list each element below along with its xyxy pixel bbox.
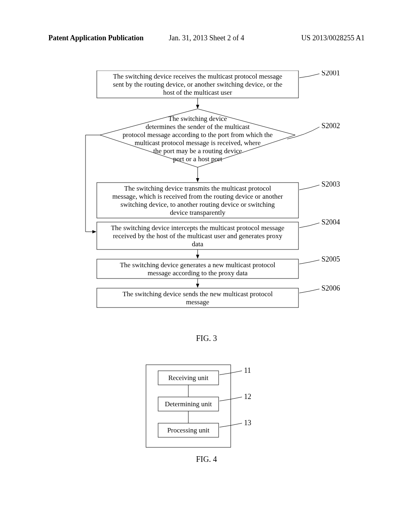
processing-unit: Processing unit 13 [158, 419, 251, 437]
receiving-unit-label: 11 [244, 366, 251, 374]
header-publication-type: Patent Application Publication [48, 34, 144, 42]
s2005-label: S2005 [321, 255, 340, 263]
page-header: Patent Application Publication Jan. 31, … [0, 34, 413, 42]
arrow-s2002-s2004-left [86, 135, 100, 232]
s2001-text-line1: The switching device receives the multic… [113, 73, 282, 80]
s2001-text-line3: host of the multicast user [163, 89, 232, 96]
determining-unit-label: 12 [244, 393, 251, 401]
s2001-text-line2: sent by the routing device, or another s… [113, 81, 282, 88]
step-s2004: The switching device intercepts the mult… [97, 218, 340, 249]
s2004-label: S2004 [321, 218, 340, 226]
s2006-label: S2006 [321, 284, 340, 292]
receiving-unit: Receiving unit 11 [158, 366, 251, 385]
s2001-label: S2001 [321, 71, 340, 77]
step-s2006: The switching device sends the new multi… [97, 284, 340, 308]
receiving-unit-text: Receiving unit [168, 374, 209, 382]
s2004-text-line1: The switching device intercepts the mult… [111, 224, 284, 232]
figure-3-caption: FIG. 3 [196, 334, 217, 343]
determining-unit-text: Determining unit [165, 400, 212, 408]
processing-unit-text: Processing unit [167, 426, 210, 434]
s2006-text-line2: message [186, 298, 209, 306]
s2002-text-line1: The switching device [168, 115, 227, 123]
s2003-text-line2: message, which is received from the rout… [113, 193, 283, 200]
s2002-text-line3: protocol message according to the port f… [123, 131, 273, 139]
step-s2005: The switching device generates a new mul… [97, 255, 340, 278]
s2004-text-line2: received by the host of the multicast us… [113, 232, 283, 240]
s2006-text-line1: The switching device sends the new multi… [123, 290, 273, 298]
step-s2002-decision: The switching device determines the send… [100, 109, 340, 167]
s2003-label: S2003 [321, 180, 340, 188]
s2004-text-line3: data [192, 240, 204, 248]
s2003-text-line3: switching device, to another routing dev… [121, 201, 275, 208]
s2002-label: S2002 [321, 122, 340, 130]
figure-4-block-diagram: Receiving unit 11 Determining unit 12 Pr… [142, 363, 271, 451]
s2002-text-line4: multicast protocol message is received, … [135, 139, 261, 147]
step-s2001: The switching device receives the multic… [97, 71, 340, 98]
header-date-sheet: Jan. 31, 2013 Sheet 2 of 4 [169, 34, 244, 42]
s2005-text-line2: message according to the proxy data [148, 269, 248, 277]
processing-unit-label: 13 [244, 419, 251, 427]
step-s2003: The switching device transmits the multi… [97, 180, 340, 218]
s2003-text-line4: device transparently [170, 209, 225, 216]
figure-3-flowchart: The switching device receives the multic… [53, 71, 360, 332]
figure-4-caption: FIG. 4 [196, 455, 217, 464]
s2003-text-line1: The switching device transmits the multi… [124, 185, 271, 192]
header-patent-number: US 2013/0028255 A1 [301, 34, 365, 42]
s2002-text-line6: port or a host port [173, 155, 222, 163]
s2005-text-line1: The switching device generates a new mul… [120, 261, 275, 269]
s2002-text-line2: determines the sender of the multicast [146, 123, 250, 131]
patent-page: Patent Application Publication Jan. 31, … [0, 0, 413, 532]
determining-unit: Determining unit 12 [158, 393, 251, 411]
s2002-text-line5: the port may be a routing device [153, 147, 242, 155]
